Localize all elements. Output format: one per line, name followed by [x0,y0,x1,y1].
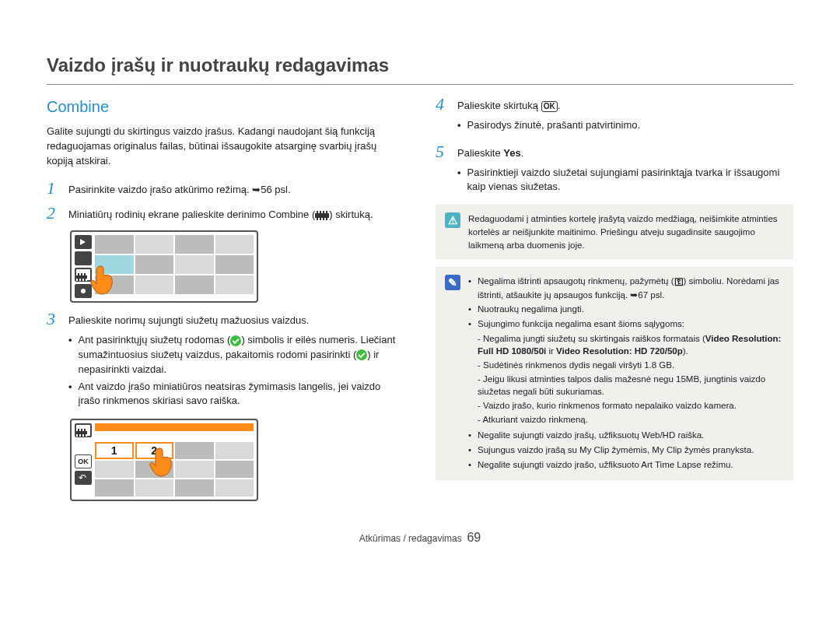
step-4: 4 Palieskite skirtuką OK. Pasirodys žinu… [436,96,793,135]
step-number-5: 5 [436,143,450,198]
page-ref-arrow-icon: ➥ [252,184,261,195]
thumb-cell[interactable] [215,442,254,459]
info-subitem-1: Negalima jungti siužetų su skirtingais r… [478,332,784,358]
thumb-cell[interactable] [175,255,214,274]
checkmark-icon [230,335,241,346]
warning-text: Redaguodami į atminties kortelę įrašytą … [468,212,784,251]
thumb-cell[interactable] [135,235,174,254]
info-note: ✎ Negalima ištrinti apsaugotų rinkmenų, … [436,267,793,480]
step-2-text-after: ) skirtuką. [329,209,373,220]
step-3-bullets: Ant pasirinktųjų siužetų rodomas () simb… [68,333,404,409]
warning-icon: ⚠ [445,212,460,228]
info-item-2: Nuotraukų negalima jungti. [468,303,784,316]
step-4-bullets: Pasirodys žinutė, prašanti patvirtinimo. [457,118,640,133]
thumb-cell[interactable] [175,275,214,294]
thumb-cell[interactable] [175,235,214,254]
thumb-cell[interactable] [95,255,134,274]
thumb-cell[interactable] [135,461,174,478]
thumb-mode-rec-icon[interactable] [75,284,92,298]
info-subitem-4: Vaizdo įrašo, kurio rinkmenos formato ne… [478,399,784,412]
step-5: 5 Palieskite Yes. Pasirinktieji vaizdo s… [436,143,793,198]
step-4-text-before: Palieskite skirtuką [457,100,541,111]
title-divider [47,84,793,85]
info-item-6: Negalite sujungti vaizdo įrašo, užfiksuo… [468,458,784,472]
thumb-cell[interactable] [215,255,254,274]
step-4-body: Palieskite skirtuką OK. Pasirodys žinutė… [457,96,640,135]
thumb-cell[interactable] [215,479,254,496]
ok-button[interactable]: OK [75,454,92,468]
info-icon: ✎ [445,275,460,290]
key-lock-icon: ⚿ [674,275,684,289]
thumbnail-grid-2: 1 2 [95,423,254,496]
thumb-cell[interactable] [175,461,214,478]
section-title: Combine [47,96,404,118]
info-item-4: Negalite sujungti vaizdo įrašų, užfiksuo… [468,429,784,442]
warning-note: ⚠ Redaguodami į atminties kortelę įrašyt… [436,205,793,259]
info-content: Negalima ištrinti apsaugotų rinkmenų, pa… [468,275,784,472]
thumbnail-sidebar-2: OK [75,423,92,496]
step-number-3: 3 [47,310,61,411]
thumb-cell[interactable] [175,442,214,459]
thumb-cell[interactable] [95,235,134,254]
thumb-cell[interactable] [215,461,254,478]
right-column: 4 Palieskite skirtuką OK. Pasirodys žinu… [436,96,793,509]
step-5-bullet-1: Pasirinktieji vaizdo siužetai sujungiami… [457,166,793,195]
thumb-cell[interactable] [135,255,174,274]
thumb-cell[interactable] [135,479,174,496]
thumbnail-sidebar-1 [75,235,92,298]
step-4-text-after: . [558,100,561,111]
step-5-text-before: Palieskite [457,147,503,159]
step-1-body: Pasirinkite vaizdo įrašo atkūrimo režimą… [68,180,291,198]
step-number-1: 1 [47,180,61,198]
step-5-body: Palieskite Yes. Pasirinktieji vaizdo siu… [457,143,793,198]
thumb-cell[interactable] [175,479,214,496]
step-3-bullet-1: Ant pasirinktųjų siužetų rodomas () simb… [68,333,404,377]
step-1-text: Pasirinkite vaizdo įrašo atkūrimo režimą… [68,184,252,195]
step-1: 1 Pasirinkite vaizdo įrašo atkūrimo reži… [47,180,404,198]
info-subitem-3: Jeigu likusi atminties talpos dalis maže… [478,373,784,398]
page-footer: Atkūrimas / redagavimas 69 [47,531,793,545]
ok-icon: OK [541,101,558,112]
thumb-cell[interactable] [95,461,134,478]
thumb-cell[interactable] [215,235,254,254]
info-sublist: Negalima jungti siužetų su skirtingais r… [478,332,784,426]
info-item-1: Negalima ištrinti apsaugotų rinkmenų, pa… [468,275,784,301]
step-1-ref: 56 psl. [261,184,290,195]
thumb-cell[interactable] [215,275,254,294]
intro-paragraph: Galite sujungti du skirtingus vaizdo įra… [47,125,404,169]
step-3-text: Palieskite norimų sujungti siužetų mažuo… [68,314,404,328]
footer-section: Atkūrimas / redagavimas [359,533,462,544]
selected-thumb-1[interactable]: 1 [95,442,134,459]
step-number-4: 4 [436,96,450,135]
selected-thumb-2[interactable]: 2 [135,442,174,459]
step-5-text-after: . [521,147,524,159]
thumb-mode-play-icon[interactable] [75,235,92,249]
film-icon [315,211,329,220]
content-columns: Combine Galite sujungti du skirtingus va… [47,96,793,509]
step-3-body: Palieskite norimų sujungti siužetų mažuo… [68,310,404,411]
thumb-header-combine-icon[interactable] [75,423,92,437]
thumb-mode-photo-icon[interactable] [75,251,92,265]
info-item-3: Sujungimo funkcija negalima esant šioms … [468,317,784,427]
thumbnail-grid-1 [95,235,254,298]
film-strip-header [95,423,254,431]
step-2-body: Miniatiūrų rodinių ekrane palieskite der… [68,205,373,223]
page-ref-arrow-icon: ➥ [630,290,638,300]
thumb-cell[interactable] [135,275,174,294]
step-2: 2 Miniatiūrų rodinių ekrane palieskite d… [47,205,404,223]
info-subitem-2: Sudėtinės rinkmenos dydis negali viršyti… [478,359,784,372]
thumbnail-panel-2: OK 1 2 [70,419,258,501]
back-button[interactable] [75,471,92,485]
thumbnail-panel-1 [70,230,258,303]
step-number-2: 2 [47,205,61,223]
step-5-bullets: Pasirinktieji vaizdo siužetai sujungiami… [457,166,793,195]
step-5-yes-label: Yes [503,147,520,159]
info-subitem-5: Atkuriant vaizdo rinkmeną. [478,413,784,426]
thumb-mode-combine-icon[interactable] [75,268,92,282]
info-item-5: Sujungus vaizdo įrašą su My Clip žymėmis… [468,444,784,457]
thumb-cell[interactable] [95,479,134,496]
thumb-cell[interactable] [95,275,134,294]
page-title: Vaizdo įrašų ir nuotraukų redagavimas [47,54,793,76]
left-column: Combine Galite sujungti du skirtingus va… [47,96,404,509]
footer-page-number: 69 [467,531,481,544]
